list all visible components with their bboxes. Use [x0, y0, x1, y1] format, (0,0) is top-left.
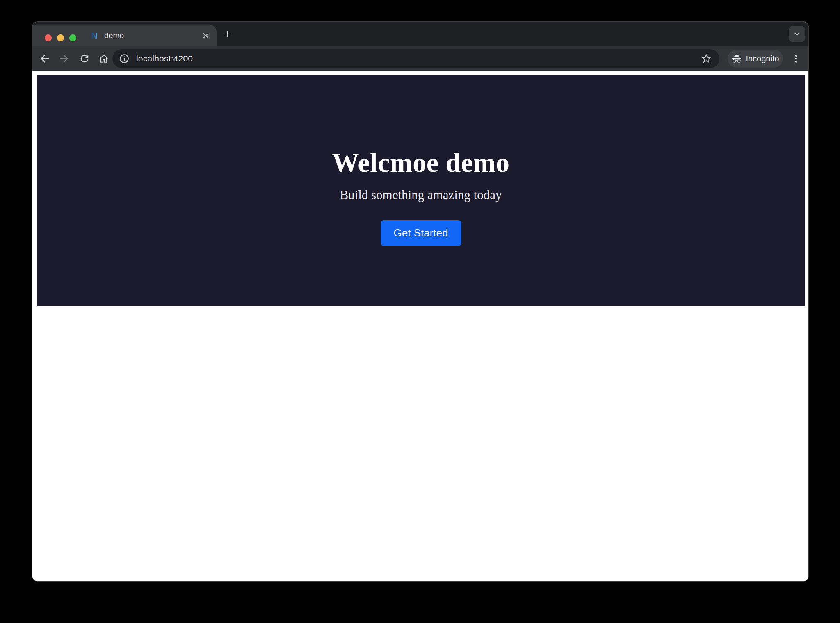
maximize-window-button[interactable] — [69, 34, 76, 41]
forward-arrow-icon — [58, 52, 70, 65]
browser-toolbar: localhost:4200 Incognito — [32, 46, 808, 71]
star-icon — [701, 53, 712, 64]
close-window-button[interactable] — [45, 34, 52, 41]
tab-close-button[interactable] — [199, 29, 212, 42]
hero-section: Welcmoe demo Build something amazing tod… — [37, 75, 805, 306]
tab-search-button[interactable] — [789, 26, 805, 42]
minimize-window-button[interactable] — [57, 34, 64, 41]
tab-favicon-icon: N — [89, 31, 99, 41]
reload-button[interactable] — [76, 50, 93, 67]
incognito-label: Incognito — [746, 54, 779, 64]
home-icon — [98, 53, 110, 64]
get-started-button[interactable]: Get Started — [381, 220, 461, 246]
address-bar[interactable]: localhost:4200 — [112, 49, 719, 68]
page-content: Welcmoe demo Build something amazing tod… — [32, 71, 808, 582]
incognito-badge: Incognito — [728, 50, 783, 68]
plus-icon — [222, 29, 233, 39]
three-dots-icon — [791, 53, 801, 64]
incognito-icon — [731, 53, 742, 64]
titlebar: N demo — [32, 25, 217, 46]
hero-title: Welcmoe demo — [332, 148, 509, 177]
bookmark-button[interactable] — [699, 51, 714, 66]
forward-button[interactable] — [56, 50, 72, 67]
home-button[interactable] — [96, 50, 112, 67]
reload-icon — [79, 53, 90, 64]
chevron-down-icon — [792, 29, 802, 39]
traffic-lights — [45, 34, 76, 41]
url-text[interactable]: localhost:4200 — [136, 54, 699, 64]
svg-text:N: N — [91, 31, 97, 40]
new-tab-button[interactable] — [219, 26, 235, 42]
close-icon — [201, 31, 210, 40]
tab-title: demo — [104, 31, 199, 40]
browser-window: N demo — [32, 21, 809, 582]
tab-strip: N demo — [32, 22, 808, 46]
browser-menu-button[interactable] — [788, 50, 804, 67]
hero-subtitle: Build something amazing today — [340, 188, 502, 202]
tab-demo[interactable]: N demo — [83, 25, 217, 46]
site-info-icon[interactable] — [119, 53, 130, 64]
back-arrow-icon — [39, 52, 51, 65]
back-button[interactable] — [37, 50, 53, 67]
